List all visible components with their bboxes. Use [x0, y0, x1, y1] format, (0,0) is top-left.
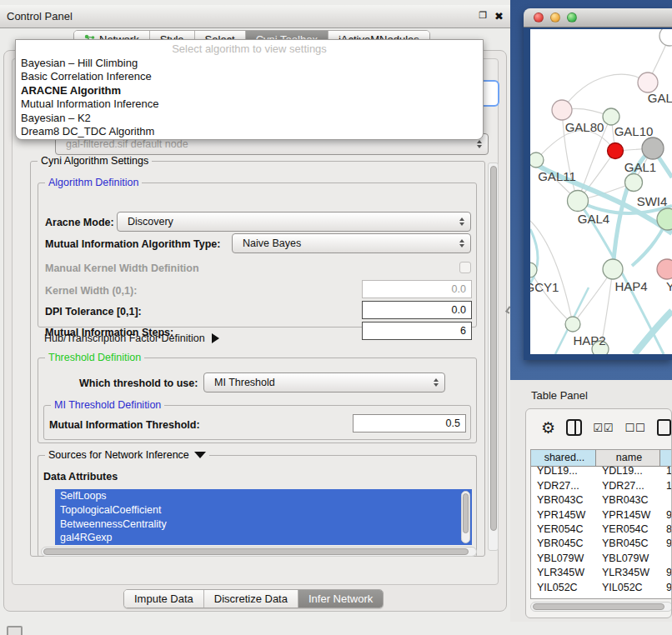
table-toolbar: ⚙ ☑☑ ☐☐: [526, 409, 671, 446]
algorithm-option[interactable]: Dream8 DC_TDC Algorithm: [16, 125, 483, 138]
close-window-button[interactable]: [534, 12, 544, 22]
mi-algorithm-type-combo[interactable]: Naive Bayes: [232, 233, 471, 253]
node-hap2[interactable]: [565, 317, 580, 332]
table-row[interactable]: YBR043CYBR043C: [531, 493, 672, 508]
dpi-tolerance-field[interactable]: 0.0: [362, 301, 472, 319]
node-gcy1[interactable]: [530, 262, 537, 278]
cell-name: YER054C: [596, 522, 660, 537]
aracne-mode-label: Aracne Mode:: [45, 217, 114, 228]
columns-icon[interactable]: [566, 419, 582, 436]
settings-vscrollbar-thumb[interactable]: [490, 166, 497, 531]
node-hap4[interactable]: [603, 259, 623, 279]
tab-impute-data[interactable]: Impute Data: [124, 590, 204, 608]
algorithm-option[interactable]: Basic Correlation Inference: [16, 70, 483, 83]
attribute-item-selected[interactable]: BetweennessCentrality: [55, 518, 472, 532]
node-gal11[interactable]: [530, 152, 544, 168]
table-panel-title: Table Panel: [531, 389, 588, 402]
algorithm-popup-placeholder: Select algorithm to view settings: [16, 40, 483, 57]
aracne-mode-combo[interactable]: Discovery: [117, 212, 471, 232]
tab-infer-network[interactable]: Infer Network: [298, 590, 383, 608]
attribute-list-hscrollbar[interactable]: [41, 547, 477, 557]
manual-kernel-width-checkbox[interactable]: [459, 262, 471, 273]
node-gal10[interactable]: [603, 108, 619, 125]
corner-mini-button[interactable]: [7, 626, 23, 635]
mi-threshold-field[interactable]: 0.5: [353, 414, 466, 432]
kernel-width-value: 0.0: [452, 283, 466, 295]
attribute-item-selected[interactable]: SelfLoops: [55, 489, 472, 503]
network-window-titlebar: [524, 8, 672, 28]
deselect-all-checkboxes-icon[interactable]: ☐☐: [624, 422, 645, 434]
node-label-gal11: GAL11: [538, 169, 576, 183]
cell-shared: YPR145W: [531, 508, 596, 522]
table-hscrollbar-thumb[interactable]: [533, 603, 664, 610]
node-label-gal80: GAL80: [565, 120, 604, 134]
attribute-list-vscrollbar-thumb[interactable]: [463, 493, 469, 533]
attribute-table[interactable]: shared... name A YDL19...YDL19...13 YDR2…: [530, 449, 672, 599]
cell-name: YIL052C: [596, 581, 660, 595]
node-gal4[interactable]: [568, 191, 589, 212]
table-row[interactable]: YDL19...YDL19...13: [531, 464, 672, 478]
node-gal1[interactable]: [625, 174, 643, 192]
kernel-width-field: 0.0: [362, 280, 472, 298]
mi-threshold-definition-group: MI Threshold Definition Mutual Informati…: [43, 405, 471, 440]
table-hscrollbar[interactable]: [530, 602, 672, 612]
node-label-hap2: HAP2: [573, 333, 605, 348]
algorithm-option[interactable]: Bayesian – K2: [16, 112, 483, 125]
attribute-item-selected[interactable]: TopologicalCoefficient: [55, 503, 472, 518]
network-canvas[interactable]: GAL7 GAL80 GAL10 GAL1 GAL11 SWI4 GAL4 GC…: [530, 29, 672, 354]
table-row[interactable]: YIL052CYIL052C9: [531, 581, 672, 595]
algorithm-option-selected[interactable]: ARACNE Algorithm: [16, 84, 483, 98]
mi-steps-field[interactable]: 6: [362, 322, 472, 340]
minimize-window-button[interactable]: [550, 12, 560, 22]
attribute-list-vscrollbar[interactable]: [461, 491, 470, 543]
control-panel-title: Control Panel: [7, 10, 73, 22]
hub-definition-toggle[interactable]: Hub/Transcription Factor Definition: [44, 332, 219, 344]
table-row[interactable]: YDR27...YDR27...12: [531, 479, 672, 493]
gear-icon[interactable]: ⚙: [541, 420, 555, 436]
zoom-window-button[interactable]: [567, 12, 577, 22]
node-pink-right[interactable]: [657, 259, 672, 279]
node-gal80[interactable]: [552, 100, 572, 120]
select-all-checkboxes-icon[interactable]: ☑☑: [593, 422, 614, 434]
mi-threshold-definition-title: MI Threshold Definition: [51, 399, 164, 411]
combo-down-arrow-icon: [434, 383, 439, 387]
table-row[interactable]: YPR145WYPR145W9.: [531, 508, 672, 522]
node-selected-red[interactable]: [608, 143, 624, 159]
node-gal7[interactable]: [638, 72, 658, 92]
table-row[interactable]: YBL079WYBL079W: [531, 552, 672, 566]
table-row[interactable]: YLR345WYLR345W9.: [531, 566, 672, 580]
sources-title-toggle[interactable]: Sources for Network Inference: [45, 449, 209, 461]
cell-value: 8.: [660, 522, 672, 537]
table-panel: Table Panel ⚙ ☑☑ ☐☐ shared... name A YDL…: [510, 380, 672, 622]
table-row[interactable]: YER054CYER054C8.: [531, 522, 672, 537]
tab-impute-data-label: Impute Data: [134, 592, 193, 605]
expanded-arrow-icon: [194, 452, 206, 458]
tab-infer-network-label: Infer Network: [308, 592, 373, 605]
data-attributes-list[interactable]: SelfLoops TopologicalCoefficient Between…: [55, 489, 472, 545]
algorithm-option[interactable]: Bayesian – Hill Climbing: [16, 57, 483, 70]
hub-definition-label: Hub/Transcription Factor Definition: [44, 332, 205, 344]
cell-name: YDR27...: [596, 479, 660, 493]
node-gray[interactable]: [642, 138, 664, 159]
node-partial-top[interactable]: [659, 29, 672, 46]
sources-title-label: Sources for Network Inference: [48, 449, 189, 461]
cell-name: YBL079W: [596, 552, 660, 566]
algorithm-option[interactable]: Mutual Information Inference: [16, 98, 483, 111]
algorithm-dropdown-popup: Select algorithm to view settings Bayesi…: [15, 39, 484, 140]
attribute-list-hscrollbar-thumb[interactable]: [43, 548, 469, 555]
cell-shared: YDR27...: [531, 479, 596, 493]
combo-down-arrow-icon: [477, 145, 482, 148]
combo-down-arrow-icon: [459, 244, 464, 248]
attribute-item-selected[interactable]: gal4RGexp: [55, 531, 472, 545]
float-panel-icon[interactable]: ❐: [479, 10, 487, 22]
close-panel-icon[interactable]: ✖: [494, 10, 504, 22]
tab-discretize-data[interactable]: Discretize Data: [204, 590, 298, 608]
node-label-gcy1: GCY1: [530, 280, 559, 294]
settings-vscrollbar[interactable]: [488, 162, 499, 551]
node-label-y: Y: [666, 279, 672, 293]
dpi-tolerance-label: DPI Tolerance [0,1]:: [45, 306, 142, 318]
which-threshold-combo[interactable]: MI Threshold: [203, 372, 445, 392]
cell-name: YBR043C: [596, 493, 660, 508]
new-table-icon[interactable]: [657, 419, 671, 436]
table-row[interactable]: YBR045CYBR045C9.: [531, 537, 672, 551]
